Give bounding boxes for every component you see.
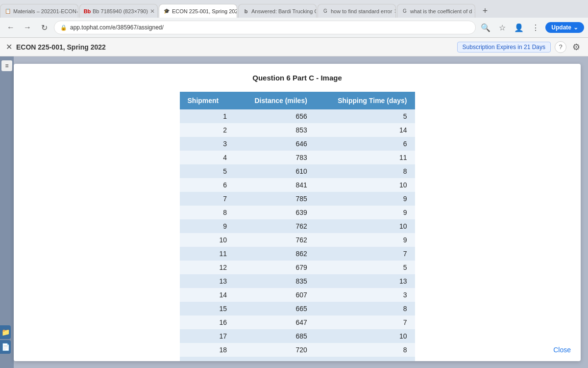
close-link[interactable]: Close xyxy=(553,346,571,354)
menu-button[interactable]: ⋮ xyxy=(529,21,542,34)
col-header-shipping-time: Shipping Time (days) xyxy=(315,92,415,109)
table-cell-row5-col1: 5 xyxy=(180,164,235,178)
tab-econ[interactable]: 🎓 ECON 225-001, Spring 202 ✕ xyxy=(159,4,237,18)
table-cell-row10-col3: 9 xyxy=(315,233,415,247)
table-cell-row3-col2: 646 xyxy=(235,137,315,151)
table-row: 478311 xyxy=(180,151,415,164)
table-cell-row8-col1: 8 xyxy=(180,206,235,219)
tab-favicon-bardi: b xyxy=(243,8,249,15)
table-cell-row6-col1: 6 xyxy=(180,178,235,192)
table-cell-row16-col2: 647 xyxy=(235,315,315,329)
table-cell-row1-col2: 656 xyxy=(235,109,315,123)
file-btn-top[interactable]: 📁 xyxy=(0,325,11,339)
table-cell-row6-col2: 841 xyxy=(235,178,315,192)
table-row: 126795 xyxy=(180,261,415,274)
table-cell-row19-col3: 6 xyxy=(315,357,415,361)
app-header: ✕ ECON 225-001, Spring 2022 Subscription… xyxy=(0,38,588,56)
tab-bb[interactable]: Bb Bb 7185940 (823×790) ✕ xyxy=(79,4,158,18)
bookmark-button[interactable]: ☆ xyxy=(495,21,509,34)
table-row: 86399 xyxy=(180,206,415,219)
table-cell-row10-col1: 10 xyxy=(180,233,235,247)
address-box[interactable]: 🔒 app.tophat.com/e/385967/assigned/ xyxy=(54,21,476,34)
table-cell-row7-col2: 785 xyxy=(235,192,315,206)
update-chevron-icon: ⌄ xyxy=(573,24,578,31)
table-cell-row12-col1: 12 xyxy=(180,261,235,274)
tab-bar: 📋 Materials – 202201-ECON- ✕ Bb Bb 71859… xyxy=(0,0,588,18)
tab-close-bb[interactable]: ✕ xyxy=(150,8,155,15)
table-cell-row11-col2: 862 xyxy=(235,247,315,261)
table-row: 166477 xyxy=(180,315,415,329)
help-button[interactable]: ? xyxy=(555,41,566,53)
tab-materials[interactable]: 📋 Materials – 202201-ECON- ✕ xyxy=(0,4,78,18)
back-button[interactable]: ← xyxy=(4,21,18,34)
table-row: 285314 xyxy=(180,123,415,137)
table-cell-row11-col1: 11 xyxy=(180,247,235,261)
toolbar-right: 🔍 ☆ 👤 ⋮ Update ⌄ xyxy=(479,21,584,34)
data-table: Shipment Distance (miles) Shipping Time … xyxy=(180,92,415,361)
table-row: 684110 xyxy=(180,178,415,192)
file-btn-bottom[interactable]: 📄 xyxy=(0,340,11,354)
table-cell-row14-col2: 607 xyxy=(235,288,315,302)
settings-button[interactable]: ⚙ xyxy=(570,41,582,53)
table-cell-row8-col2: 639 xyxy=(235,206,315,219)
table-cell-row4-col1: 4 xyxy=(180,151,235,164)
table-cell-row17-col2: 685 xyxy=(235,329,315,343)
tab-favicon-google1: G xyxy=(322,8,329,15)
table-row: 36466 xyxy=(180,137,415,151)
close-x-button[interactable]: ✕ xyxy=(6,42,12,52)
table-row: 196526 xyxy=(180,357,415,361)
table-cell-row2-col1: 2 xyxy=(180,123,235,137)
forward-button[interactable]: → xyxy=(21,21,34,34)
address-bar-row: ← → ↻ 🔒 app.tophat.com/e/385967/assigned… xyxy=(0,18,588,37)
table-row: 1768510 xyxy=(180,329,415,343)
tab-standard-error[interactable]: G how to find standard error ✕ xyxy=(318,4,396,18)
table-cell-row6-col3: 10 xyxy=(315,178,415,192)
col-header-distance: Distance (miles) xyxy=(235,92,315,109)
table-cell-row5-col3: 8 xyxy=(315,164,415,178)
table-cell-row7-col1: 7 xyxy=(180,192,235,206)
table-cell-row4-col2: 783 xyxy=(235,151,315,164)
table-row: 976210 xyxy=(180,219,415,233)
table-cell-row8-col3: 9 xyxy=(315,206,415,219)
new-tab-button[interactable]: + xyxy=(478,4,492,18)
tab-close-google1[interactable]: ✕ xyxy=(394,8,396,15)
table-cell-row18-col2: 720 xyxy=(235,343,315,357)
sidebar-strip-btn-1[interactable]: ≡ xyxy=(1,60,12,71)
table-row: 1383513 xyxy=(180,274,415,288)
subscription-badge: Subscription Expires in 21 Days xyxy=(457,42,551,53)
table-cell-row9-col2: 762 xyxy=(235,219,315,233)
table-cell-row3-col3: 6 xyxy=(315,137,415,151)
tab-coefficient[interactable]: G what is the coefficient of d ✕ xyxy=(397,4,475,18)
table-cell-row14-col3: 3 xyxy=(315,288,415,302)
table-cell-row18-col3: 8 xyxy=(315,343,415,357)
table-row: 187208 xyxy=(180,343,415,357)
table-cell-row1-col3: 5 xyxy=(315,109,415,123)
table-cell-row10-col2: 762 xyxy=(235,233,315,247)
lock-icon: 🔒 xyxy=(60,25,67,31)
reload-button[interactable]: ↻ xyxy=(37,21,51,34)
table-cell-row2-col2: 853 xyxy=(235,123,315,137)
tab-favicon-google2: G xyxy=(401,8,408,15)
search-button[interactable]: 🔍 xyxy=(479,21,492,34)
col-header-shipment: Shipment xyxy=(180,92,235,109)
table-cell-row1-col1: 1 xyxy=(180,109,235,123)
table-row: 56108 xyxy=(180,164,415,178)
tab-bardi[interactable]: b Answered: Bardi Trucking C ✕ xyxy=(238,4,317,18)
tab-close-google2[interactable]: ✕ xyxy=(474,8,475,15)
table-cell-row12-col2: 679 xyxy=(235,261,315,274)
table-cell-row14-col1: 14 xyxy=(180,288,235,302)
table-cell-row17-col1: 17 xyxy=(180,329,235,343)
app-header-left: ✕ ECON 225-001, Spring 2022 xyxy=(6,42,106,52)
table-cell-row15-col2: 665 xyxy=(235,302,315,315)
table-cell-row9-col1: 9 xyxy=(180,219,235,233)
table-row: 107629 xyxy=(180,233,415,247)
profile-button[interactable]: 👤 xyxy=(512,21,526,34)
tab-favicon-materials: 📋 xyxy=(4,8,11,15)
table-cell-row4-col3: 11 xyxy=(315,151,415,164)
table-row: 146073 xyxy=(180,288,415,302)
tab-favicon-econ: 🎓 xyxy=(163,8,170,15)
table-row: 118627 xyxy=(180,247,415,261)
main-area: ≡ Question 6 Part C - Image Shipment Dis… xyxy=(0,56,588,368)
update-button[interactable]: Update ⌄ xyxy=(545,22,584,33)
content-panel: Question 6 Part C - Image Shipment Dista… xyxy=(14,64,581,361)
